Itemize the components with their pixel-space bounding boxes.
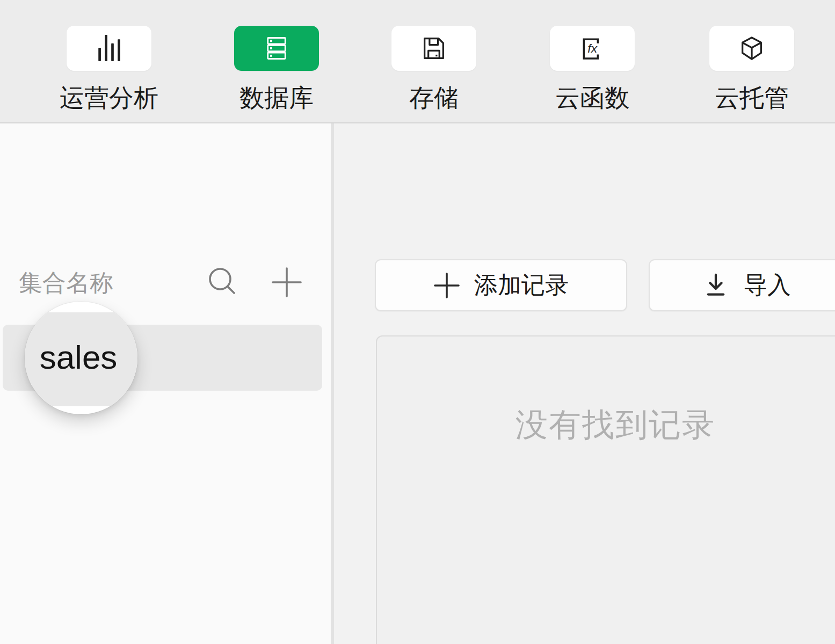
svg-text:fx: fx <box>587 41 598 55</box>
records-empty-panel: 没有找到记录 <box>376 335 835 644</box>
magnifier-loupe: sales <box>25 302 137 414</box>
plus-icon <box>433 272 460 299</box>
save-icon <box>420 34 448 62</box>
bar-chart-icon <box>95 34 123 62</box>
tab-cloud-functions[interactable]: fx 云函数 <box>547 0 638 122</box>
tab-cloud-hosting-button[interactable] <box>709 26 794 71</box>
collection-name-magnified: sales <box>25 302 132 412</box>
tab-operations-analysis-label: 运营分析 <box>60 82 158 115</box>
fx-icon: fx <box>578 34 606 62</box>
plus-icon <box>272 290 302 299</box>
add-record-label: 添加记录 <box>474 269 569 301</box>
download-icon <box>702 272 730 299</box>
collections-sidebar: 集合名称 sales <box>0 123 331 644</box>
tab-storage-button[interactable] <box>391 26 476 71</box>
tab-operations-analysis[interactable]: 运营分析 <box>63 0 155 122</box>
tab-cloud-hosting-label: 云托管 <box>715 82 789 115</box>
import-button[interactable]: 导入 <box>649 259 835 311</box>
search-collections-button[interactable] <box>207 266 237 296</box>
tab-cloud-functions-button[interactable]: fx <box>550 26 635 71</box>
cloudbase-console: 运营分析 数据库 <box>0 0 835 644</box>
cube-icon <box>738 34 766 62</box>
tab-database[interactable]: 数据库 <box>231 0 322 122</box>
tab-operations-analysis-button[interactable] <box>67 26 151 71</box>
tab-database-label: 数据库 <box>239 82 314 115</box>
tab-storage[interactable]: 存储 <box>388 0 480 122</box>
collection-name-label: 集合名称 <box>19 267 113 299</box>
import-label: 导入 <box>744 269 791 301</box>
no-records-text: 没有找到记录 <box>377 404 835 447</box>
add-record-button[interactable]: 添加记录 <box>375 259 627 311</box>
tab-storage-label: 存储 <box>409 82 459 115</box>
tab-cloud-hosting[interactable]: 云托管 <box>706 0 797 122</box>
database-icon <box>263 34 291 62</box>
search-icon <box>207 289 237 298</box>
tab-database-button[interactable] <box>234 26 319 71</box>
add-collection-button[interactable] <box>272 267 302 297</box>
tab-cloud-functions-label: 云函数 <box>555 82 629 115</box>
top-toolbar: 运营分析 数据库 <box>0 0 835 123</box>
